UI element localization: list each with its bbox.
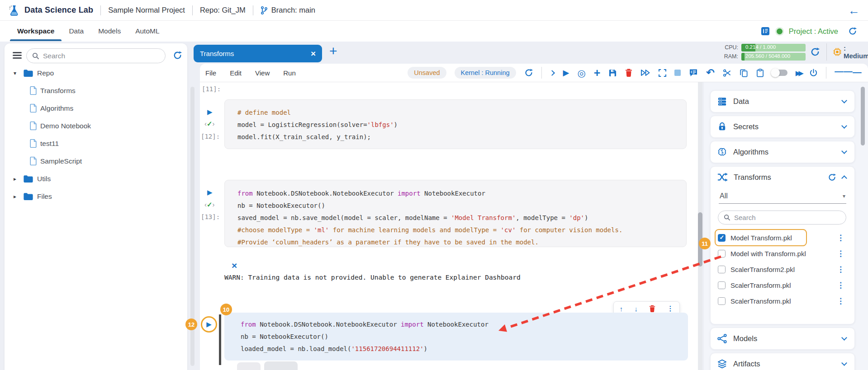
undo-icon[interactable]: ↶: [706, 68, 714, 78]
refresh-icon[interactable]: [828, 173, 836, 182]
tree-file-test11[interactable]: test11: [5, 135, 187, 152]
more-options-icon[interactable]: ⋮: [837, 296, 844, 306]
run-selected-cell-icon[interactable]: ▶: [201, 316, 217, 333]
brain-icon: [717, 147, 727, 157]
record-target-icon[interactable]: ◎: [577, 68, 585, 78]
search-input[interactable]: [43, 52, 142, 60]
menu-file[interactable]: File: [205, 69, 216, 77]
transform-item-scalertransform2-pkl[interactable]: ScalerTransform2.pkl ⋮: [717, 262, 854, 277]
more-options-icon[interactable]: ⋮: [837, 233, 844, 243]
chevron-down-icon[interactable]: [841, 98, 847, 103]
panel-section-data[interactable]: Data: [710, 90, 855, 112]
checkbox-unchecked[interactable]: [718, 250, 726, 258]
skip-icon[interactable]: [640, 69, 650, 76]
new-tab-icon[interactable]: +: [329, 43, 337, 59]
fullscreen-icon[interactable]: [659, 69, 666, 77]
more-options-icon[interactable]: ⋮: [837, 249, 844, 258]
transform-item-model-with-transform-pkl[interactable]: Model with Transform.pkl ⋮: [717, 246, 854, 262]
tree-folder-utils[interactable]: ▸ Utils: [5, 170, 187, 187]
cell-success-icon: ‹✓›: [204, 120, 215, 128]
cut-icon[interactable]: [723, 69, 731, 77]
move-up-icon[interactable]: ↑: [620, 305, 623, 313]
file-icon: [30, 104, 37, 112]
panel-section-artifacts[interactable]: Artifacts: [710, 353, 855, 370]
menu-edit[interactable]: Edit: [230, 69, 242, 77]
tree-file-transforms[interactable]: Transforms: [5, 82, 187, 99]
delete-cell-icon[interactable]: [649, 305, 655, 313]
tree-file-demo-notebook[interactable]: Demo Notebook: [5, 117, 187, 135]
code-cell[interactable]: # define modelmodel = LogisticRegression…: [224, 99, 687, 149]
fast-forward-icon[interactable]: ▶▶: [796, 70, 801, 76]
chevron-down-icon[interactable]: [841, 123, 847, 129]
selected-code-cell[interactable]: from Notebook.DSNotebook.NotebookExecuto…: [224, 313, 688, 361]
checkbox-unchecked[interactable]: [718, 281, 726, 289]
comment-icon[interactable]: [689, 68, 698, 77]
code-line: from Notebook.DSNotebook.NotebookExecuto…: [237, 187, 686, 200]
run-cell-icon[interactable]: [550, 71, 555, 75]
panel-scrollbar-thumb[interactable]: [861, 87, 865, 145]
exec-count: [11]:: [202, 85, 221, 93]
panel-section-secrets[interactable]: Secrets: [710, 116, 855, 138]
code-cell[interactable]: from Notebook.DSNotebook.NotebookExecuto…: [224, 180, 687, 247]
toggle-switch[interactable]: [772, 70, 787, 76]
sidebar-search[interactable]: [26, 48, 166, 63]
chevron-down-icon[interactable]: [841, 360, 847, 366]
tab-transforms[interactable]: Transforms ×: [194, 45, 322, 62]
delete-icon[interactable]: [625, 69, 632, 77]
save-icon[interactable]: [608, 69, 617, 77]
refresh-icon[interactable]: [173, 51, 182, 62]
branch-name: Branch: main: [271, 6, 315, 14]
file-tree: ▾ Repo Transforms Algorithms Demo Notebo…: [5, 64, 187, 205]
caret-right-icon[interactable]: ▸: [12, 193, 18, 200]
more-options-icon[interactable]: ⋮: [837, 281, 844, 290]
power-icon[interactable]: [809, 69, 818, 77]
more-options-icon[interactable]: ⋮: [837, 265, 844, 274]
close-icon[interactable]: ×: [311, 49, 316, 58]
nav-tab-workspace[interactable]: Workspace: [16, 21, 55, 41]
run-all-icon[interactable]: ▶: [563, 69, 569, 77]
paste-icon[interactable]: [756, 69, 764, 77]
chevron-down-icon[interactable]: [841, 148, 847, 154]
refresh-icon[interactable]: [848, 27, 857, 36]
chevron-down-icon[interactable]: [841, 335, 847, 341]
transform-item-scalertransform-pkl[interactable]: ScalerTransform.pkl ⋮: [717, 293, 854, 309]
checkbox-unchecked[interactable]: [718, 297, 726, 305]
add-markdown-button[interactable]: [264, 361, 298, 370]
transforms-search-input[interactable]: [734, 214, 825, 221]
chevron-up-icon[interactable]: [841, 175, 847, 181]
transforms-search[interactable]: [718, 211, 846, 225]
move-down-icon[interactable]: ↓: [634, 305, 638, 313]
notes-icon[interactable]: [760, 26, 770, 36]
caret-right-icon[interactable]: ▸: [12, 176, 18, 182]
tree-file-algorithms[interactable]: Algorithms: [5, 99, 187, 117]
menu-view[interactable]: View: [255, 69, 270, 77]
copy-icon[interactable]: [740, 69, 748, 77]
checkbox-unchecked[interactable]: [718, 266, 726, 273]
add-cell-icon[interactable]: +: [594, 67, 601, 79]
refresh-icon[interactable]: [524, 68, 533, 77]
warning-close-icon[interactable]: ×: [232, 260, 237, 271]
nav-tab-models[interactable]: Models: [97, 21, 122, 41]
panel-section-models[interactable]: Models: [710, 328, 855, 350]
cell-more-icon[interactable]: ⋮: [667, 304, 674, 313]
checkbox-checked[interactable]: [718, 234, 726, 242]
transform-item-scalertransform-pkl[interactable]: ScalerTransform.pkl ⋮: [717, 277, 854, 293]
add-code-button[interactable]: [237, 362, 261, 370]
caret-down-icon[interactable]: ▾: [12, 70, 18, 76]
menu-run[interactable]: Run: [283, 69, 296, 77]
tree-folder-files[interactable]: ▸ Files: [5, 187, 187, 205]
panel-section-algorithms[interactable]: Algorithms: [710, 141, 855, 163]
toolbar-menu-icon[interactable]: [835, 71, 862, 75]
transform-item-model-transform-pkl[interactable]: Model Transform.pkl ⋮: [717, 230, 854, 246]
stop-icon[interactable]: [674, 70, 681, 76]
nav-tab-data[interactable]: Data: [68, 21, 85, 41]
cell-run-icon[interactable]: ▶: [207, 108, 213, 116]
sidebar-menu-icon[interactable]: [13, 52, 22, 60]
back-arrow-icon[interactable]: ←: [848, 5, 860, 16]
tree-file-samplescript[interactable]: SampleScript: [5, 152, 187, 170]
refresh-icon[interactable]: [810, 47, 820, 57]
tree-folder-repo[interactable]: ▾ Repo: [5, 64, 187, 82]
cell-run-icon[interactable]: ▶: [207, 188, 213, 197]
transforms-filter-select[interactable]: All ▾: [719, 190, 846, 204]
nav-tab-automl[interactable]: AutoML: [134, 21, 160, 41]
